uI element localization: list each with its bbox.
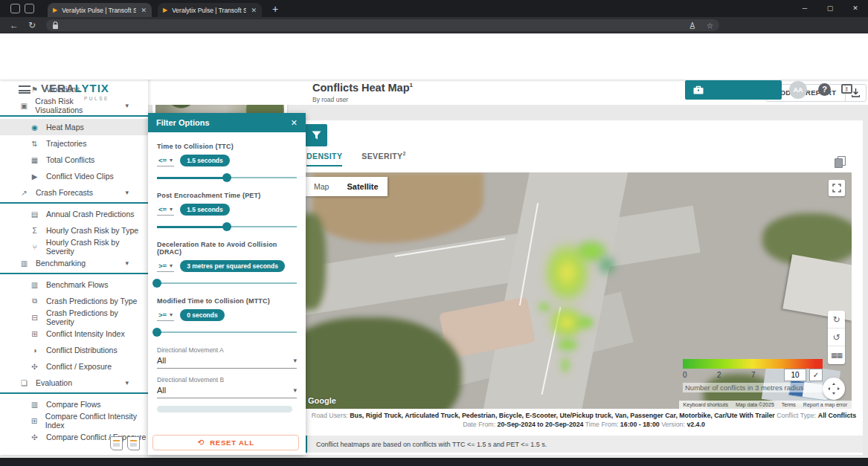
- close-button[interactable]: ✕: [843, 0, 868, 17]
- minimize-button[interactable]: ─: [792, 0, 817, 17]
- filter-summary: Road Users: Bus, Rigid Truck, Articulate…: [306, 412, 861, 429]
- pet-slider[interactable]: [157, 222, 297, 231]
- operator-select[interactable]: >=▾: [157, 310, 174, 321]
- export-file-icon[interactable]: [127, 436, 140, 450]
- tilt-button[interactable]: ▦▦: [828, 346, 845, 364]
- download-icon: [852, 88, 860, 97]
- workspace-icon[interactable]: [10, 4, 20, 13]
- avatar[interactable]: AA: [789, 81, 807, 99]
- mttc-slider[interactable]: [157, 328, 297, 337]
- sidebar-item-conflict-exposure[interactable]: ✣Conflict / Exposure: [0, 358, 148, 375]
- tab-title: Veralytix Pulse | Transoft Solution: [172, 7, 246, 14]
- operator-select[interactable]: >=▾: [157, 261, 174, 272]
- tab-density[interactable]: DENSITY: [306, 151, 342, 166]
- heat-blob: [559, 354, 571, 376]
- heat-map[interactable]: Map Satellite ↻ ↺ ▦▦ 0 2 7 ✓ Number of c…: [305, 172, 852, 409]
- export-file-icon[interactable]: [110, 436, 123, 450]
- bookmark-star-icon[interactable]: ☆: [707, 22, 713, 30]
- legend-apply-button[interactable]: ✓: [809, 369, 823, 381]
- tab-severity[interactable]: SEVERITY2: [361, 151, 405, 166]
- tab-close-icon[interactable]: ✕: [141, 7, 147, 14]
- back-icon[interactable]: ←: [10, 20, 19, 30]
- chevron-down-icon: ▾: [170, 157, 173, 164]
- visualizations-icon: ▣: [19, 102, 28, 110]
- section-divider: [0, 115, 148, 117]
- feedback-icon[interactable]: !: [841, 84, 852, 94]
- browser-navbar: ← ↻ A̲ ☆: [0, 17, 868, 33]
- sidebar-item-crash-predictions-by-severity[interactable]: ⊟Crash Predictions by Severity: [0, 309, 148, 326]
- rotate-ccw-button[interactable]: ↺: [828, 329, 845, 346]
- map-view-button[interactable]: Map: [305, 177, 338, 196]
- maximize-button[interactable]: ▢: [817, 0, 843, 17]
- map-vegetation: [305, 317, 461, 409]
- bottom-strip: [0, 458, 868, 466]
- value-chip: 3 metres per squared seconds: [180, 260, 285, 272]
- layers-icon: ⧉: [30, 297, 39, 305]
- slider-thumb[interactable]: [152, 328, 161, 337]
- chevron-down-icon: ▾: [125, 379, 129, 386]
- funnel-icon: [312, 131, 321, 140]
- google-logo[interactable]: Google: [308, 396, 336, 405]
- sidebar-item-conflict-video-clips[interactable]: ▶Conflict Video Clips: [0, 168, 148, 184]
- help-icon[interactable]: ?: [818, 83, 831, 96]
- filter-toggle-button[interactable]: [305, 124, 327, 146]
- heat-blob: [552, 336, 583, 354]
- sidebar-section-crash-forecasts[interactable]: ↗Crash Forecasts▾: [0, 184, 148, 201]
- pan-control[interactable]: [823, 378, 845, 400]
- value-chip: 0 seconds: [180, 309, 225, 321]
- sidebar-item-heat-maps[interactable]: ◉Heat Maps: [0, 119, 148, 135]
- sidebar-section-evaluation[interactable]: ❏Evaluation▾: [0, 375, 148, 391]
- slider-thumb[interactable]: [222, 173, 231, 182]
- slider-thumb[interactable]: [222, 222, 231, 231]
- address-bar[interactable]: A̲ ☆: [46, 19, 719, 31]
- reset-icon: ⟲: [197, 438, 205, 447]
- window-controls: ─ ▢ ✕: [792, 0, 868, 17]
- reader-mode-icon[interactable]: A̲: [689, 22, 695, 30]
- menu-icon[interactable]: [19, 85, 30, 94]
- sidebar-section-benchmarking[interactable]: ▥Benchmarking▾: [0, 255, 148, 271]
- trajectories-icon: ⇅: [30, 140, 39, 148]
- sidebar-item-conflict-distributions[interactable]: ◑Conflict Distributions: [0, 342, 148, 358]
- browser-tab-1[interactable]: ▶ Veralytix Pulse | Transoft Solution ✕: [48, 3, 152, 17]
- directional-movement-a-select[interactable]: Directional Movement A All▾: [157, 346, 297, 369]
- operator-select[interactable]: <=▾: [157, 155, 174, 166]
- copy-icon[interactable]: [835, 156, 846, 168]
- briefcase-icon: [693, 85, 704, 94]
- close-icon[interactable]: ✕: [291, 118, 298, 128]
- sidebar-item-conflict-intensity-index[interactable]: ⊞Conflict Intensity Index: [0, 326, 148, 342]
- reset-all-button[interactable]: ⟲ RESET ALL: [152, 435, 299, 450]
- sidebar-item-benchmark-flows[interactable]: ▥Benchmark Flows: [0, 276, 148, 293]
- project-button[interactable]: [685, 80, 782, 100]
- sidebar-item-trajectories[interactable]: ⇅Trajectories: [0, 135, 148, 152]
- sidebar-item-total-conflicts[interactable]: ▦Total Conflicts: [0, 152, 148, 168]
- fullscreen-button[interactable]: [829, 180, 845, 196]
- satellite-view-button[interactable]: Satellite: [338, 177, 387, 196]
- sidebar-item-annual-crash-predictions[interactable]: ▤Annual Crash Predictions: [0, 206, 148, 222]
- chevron-down-icon: ▾: [293, 357, 297, 364]
- directional-movement-b-select[interactable]: Directional Movement B All▾: [157, 376, 297, 398]
- ttc-slider[interactable]: [157, 173, 297, 182]
- sidebar-item-hourly-crash-risk-by-type[interactable]: ΣHourly Crash Risk by Type: [0, 222, 148, 239]
- tab-close-icon[interactable]: ✕: [251, 7, 257, 14]
- report-error-link[interactable]: Report a map error: [803, 402, 847, 407]
- bar-chart-icon: ▥: [30, 281, 39, 289]
- drac-slider[interactable]: [157, 279, 297, 288]
- new-tab-button[interactable]: +: [272, 3, 278, 15]
- keyboard-shortcuts-link[interactable]: Keyboard shortcuts: [684, 402, 728, 407]
- sidebar-item-crash-predictions-by-type[interactable]: ⧉Crash Predictions by Type: [0, 293, 148, 309]
- operator-select[interactable]: <=▾: [157, 204, 174, 216]
- sidebar-item-compare-flows[interactable]: ▥Compare Flows: [0, 396, 148, 412]
- sidebar-item-compare-conflict-intensity-index[interactable]: ⊞Compare Conflict Intensity Index: [0, 412, 148, 429]
- map-data-label: Map data ©2025: [736, 402, 774, 407]
- browser-tab-2[interactable]: ▶ Veralytix Pulse | Transoft Solution ✕: [158, 3, 262, 17]
- terms-link[interactable]: Terms: [782, 402, 796, 407]
- tab-search-icon[interactable]: [25, 4, 34, 13]
- legend-max-input[interactable]: [784, 369, 806, 381]
- slider-thumb[interactable]: [152, 279, 161, 288]
- section-divider: [0, 273, 148, 274]
- car-front-icon: ⊞: [30, 417, 39, 425]
- veralytix-logo: VERALYTIX PULSE: [41, 82, 109, 101]
- refresh-icon[interactable]: ↻: [28, 20, 36, 30]
- sidebar-item-hourly-crash-risk-by-severity[interactable]: ⑂Hourly Crash Risk by Severity: [0, 239, 148, 255]
- rotate-cw-button[interactable]: ↻: [828, 311, 845, 329]
